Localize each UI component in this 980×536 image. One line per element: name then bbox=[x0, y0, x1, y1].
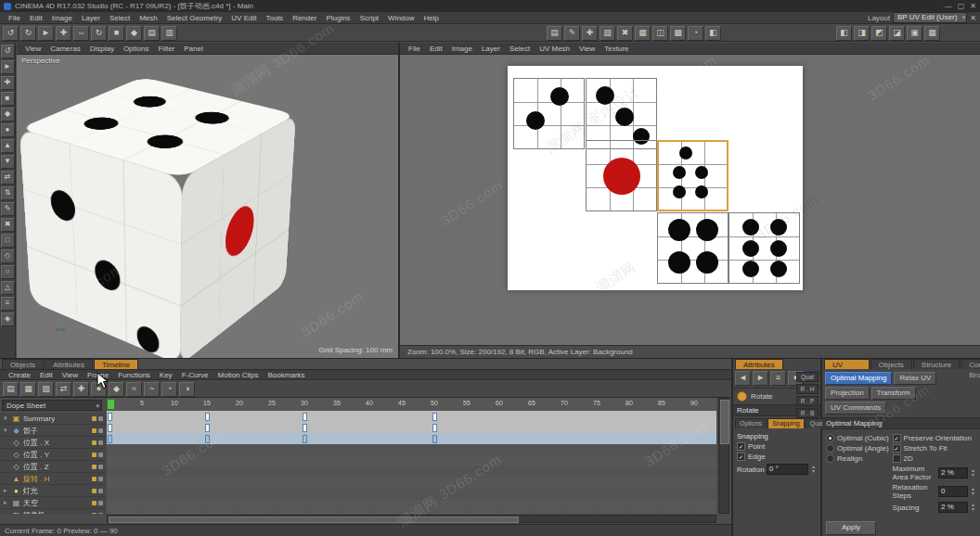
field-maximum-area-factor[interactable]: 2 % bbox=[938, 467, 968, 479]
mute-channel-icon[interactable] bbox=[98, 477, 103, 481]
menu-item-texture[interactable]: Texture bbox=[600, 45, 633, 53]
menu-item-layer[interactable]: Layer bbox=[77, 14, 105, 22]
key-channel-icon[interactable] bbox=[92, 453, 97, 457]
toolbar-icon[interactable]: ● bbox=[1, 123, 15, 137]
toolbar-icon[interactable]: ✚ bbox=[582, 26, 598, 41]
toolbar-icon[interactable]: ⇄ bbox=[1, 171, 15, 185]
menu-item-create[interactable]: Create bbox=[4, 371, 35, 379]
menu-item-motion-clips[interactable]: Motion Clips bbox=[213, 371, 264, 379]
toolbar-icon[interactable]: ◪ bbox=[889, 26, 905, 41]
tab-timeline[interactable]: Timeline bbox=[94, 359, 138, 369]
keyframe[interactable] bbox=[205, 413, 210, 421]
toolbar-icon[interactable]: ◆ bbox=[126, 26, 142, 41]
rotation-field[interactable]: 0 ° bbox=[767, 464, 808, 475]
tab-options[interactable]: Options bbox=[735, 418, 767, 428]
menu-item-display[interactable]: Display bbox=[85, 45, 119, 53]
toolbar-icon[interactable]: ◇ bbox=[1, 249, 15, 263]
timeline-row-6[interactable]: ▲旋转 . H bbox=[0, 473, 106, 485]
keyframe[interactable] bbox=[303, 424, 307, 432]
toolbar-icon[interactable]: ⇅ bbox=[1, 186, 15, 200]
toolbar-icon[interactable]: ▤ bbox=[3, 382, 19, 397]
timeline-row-5[interactable]: ◇位置 . Z bbox=[0, 461, 106, 473]
field-stepper[interactable]: ▴▾ bbox=[970, 503, 976, 512]
menu-item-view[interactable]: View bbox=[20, 45, 45, 53]
checkbox-stretch-to-fit[interactable]: ✓ bbox=[893, 444, 901, 453]
timeline-ruler[interactable]: 051015202530354045505560657075808590 bbox=[107, 398, 716, 412]
toolbar-icon[interactable]: □ bbox=[1, 234, 15, 248]
toolbar-icon[interactable]: ✚ bbox=[73, 382, 89, 397]
viewport-3d[interactable]: ViewCamerasDisplayOptionsFilterPanel Per… bbox=[17, 43, 400, 358]
key-channel-icon[interactable] bbox=[92, 489, 97, 493]
timeline-row-1[interactable]: ▾▣Summary bbox=[0, 413, 106, 425]
uv-texture-image[interactable] bbox=[508, 66, 803, 290]
toolbar-icon[interactable]: ↻ bbox=[20, 26, 36, 41]
mini-field-r-b[interactable]: R . B bbox=[796, 408, 819, 418]
toolbar-icon[interactable]: ▤ bbox=[547, 26, 562, 41]
toolbar-icon[interactable]: ◆ bbox=[109, 382, 124, 397]
mini-field-r-p[interactable]: R . P bbox=[796, 396, 819, 406]
toolbar-icon[interactable]: ● bbox=[91, 382, 107, 397]
expand-icon[interactable]: ▸ bbox=[4, 511, 9, 514]
toolbar-icon[interactable]: ▧ bbox=[600, 26, 615, 41]
mini-field-quat[interactable]: Quat bbox=[796, 372, 819, 382]
menu-item-cameras[interactable]: Cameras bbox=[45, 45, 84, 53]
mute-channel-icon[interactable] bbox=[98, 501, 103, 505]
layout-dropdown[interactable]: BP UV Edit (User) bbox=[893, 12, 967, 23]
maximize-button[interactable]: ▢ bbox=[958, 2, 965, 10]
key-channel-icon[interactable] bbox=[92, 465, 97, 469]
toolbar-icon[interactable]: ⇔ bbox=[73, 26, 89, 41]
mini-field-r-h[interactable]: R . H bbox=[796, 384, 819, 394]
expand-icon[interactable]: ▸ bbox=[4, 487, 9, 494]
toolbar-icon[interactable]: ↻ bbox=[91, 26, 107, 41]
menu-item-functions[interactable]: Functions bbox=[113, 371, 155, 379]
apply-button[interactable]: Apply bbox=[826, 521, 876, 535]
toolbar-icon[interactable]: ▦ bbox=[924, 26, 940, 41]
toolbar-icon[interactable]: ◫ bbox=[652, 26, 668, 41]
timeline-row-9[interactable]: ▸◧摄像机 bbox=[0, 509, 106, 514]
tab-snapping[interactable]: Snapping bbox=[767, 418, 805, 428]
checkbox-point[interactable]: ✓ bbox=[737, 442, 745, 451]
toolbar-icon[interactable]: ⇄ bbox=[56, 382, 71, 397]
uv-button-transform[interactable]: Transform bbox=[871, 387, 916, 400]
toolbar-icon[interactable]: ◧ bbox=[705, 26, 721, 41]
toolbar-icon[interactable]: ✚ bbox=[1, 76, 15, 90]
toolbar-icon[interactable]: ▤ bbox=[144, 26, 160, 41]
uv-tile-5[interactable] bbox=[657, 212, 729, 284]
checkbox-edge[interactable]: ✓ bbox=[737, 453, 745, 461]
expand-icon[interactable]: ▾ bbox=[4, 427, 9, 434]
menu-item-help[interactable]: Help bbox=[419, 14, 444, 22]
key-channel-icon[interactable] bbox=[92, 440, 97, 445]
toolbar-icon[interactable]: ▦ bbox=[20, 382, 36, 397]
menu-item-edit[interactable]: Edit bbox=[35, 371, 58, 379]
key-channel-icon[interactable] bbox=[92, 428, 97, 433]
dope-sheet-dropdown[interactable]: Dope Sheet bbox=[2, 400, 102, 411]
texture-view[interactable]: FileEditImageLayerSelectUV MeshViewTextu… bbox=[400, 43, 980, 358]
field-stepper[interactable]: ▴▾ bbox=[970, 487, 976, 496]
tab-objects[interactable]: Objects bbox=[870, 359, 912, 369]
mute-channel-icon[interactable] bbox=[98, 428, 103, 433]
tab-structure[interactable]: Structure bbox=[913, 359, 960, 369]
radio-optimal-cubic-[interactable] bbox=[826, 434, 834, 442]
toolbar-icon[interactable]: ▧ bbox=[38, 382, 54, 397]
mute-channel-icon[interactable] bbox=[98, 513, 103, 515]
keyframe[interactable] bbox=[303, 435, 307, 443]
toolbar-icon[interactable]: ✎ bbox=[1, 202, 15, 216]
menu-item-uv-edit[interactable]: UV Edit bbox=[226, 14, 261, 22]
keyframe[interactable] bbox=[432, 435, 437, 443]
uv-tile-3[interactable] bbox=[586, 140, 657, 211]
key-channel-icon[interactable] bbox=[92, 501, 97, 505]
menu-item-uv-mesh[interactable]: UV Mesh bbox=[535, 45, 574, 53]
dice-model[interactable] bbox=[65, 115, 255, 305]
radio-optimal-angle-[interactable] bbox=[826, 444, 834, 453]
menu-item-image[interactable]: Image bbox=[447, 45, 477, 53]
toolbar-icon[interactable]: ✎ bbox=[564, 26, 580, 41]
menu-item-file[interactable]: File bbox=[404, 45, 425, 53]
mute-channel-icon[interactable] bbox=[98, 489, 103, 493]
menu-item-panel[interactable]: Panel bbox=[179, 45, 207, 53]
menu-item-layer[interactable]: Layer bbox=[477, 45, 505, 53]
toolbar-icon[interactable]: ▣ bbox=[907, 26, 922, 41]
menu-item-bookmarks[interactable]: Bookmarks bbox=[264, 371, 310, 379]
keyframe[interactable] bbox=[108, 424, 112, 432]
menu-item-select[interactable]: Select bbox=[105, 14, 135, 22]
toolbar-icon[interactable]: ■ bbox=[1, 92, 15, 106]
